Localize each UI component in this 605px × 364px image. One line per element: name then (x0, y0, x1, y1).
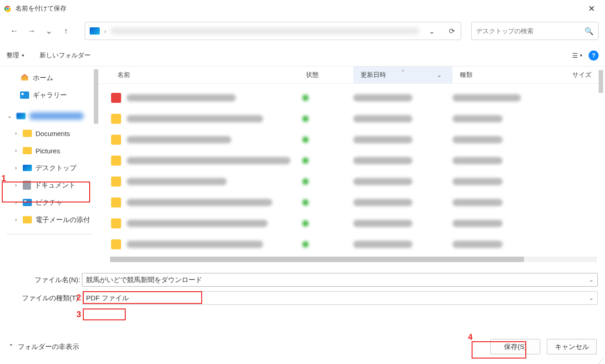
chevron-down-icon: ▾ (580, 53, 582, 58)
chevron-right-icon: › (13, 182, 19, 188)
tree-item-email-attachments[interactable]: › 電子メールの添付 (0, 211, 98, 228)
document-icon (23, 181, 31, 190)
desktop-icon (23, 165, 32, 171)
folder-icon (23, 130, 32, 137)
breadcrumb-separator-icon: › (104, 28, 106, 35)
tree-item-gallery[interactable]: ギャラリー (0, 86, 98, 104)
chevron-up-icon: ⌃ (8, 343, 14, 351)
address-dropdown-button[interactable]: ⌄ (427, 27, 436, 35)
tree-item-home[interactable]: ホーム (0, 69, 98, 86)
folder-icon (111, 135, 121, 145)
column-header-status[interactable]: 状態 (299, 71, 353, 79)
back-button[interactable]: ← (6, 23, 22, 39)
chevron-down-icon[interactable]: ⌄ (589, 295, 594, 301)
organize-label: 整理 (6, 51, 19, 60)
view-options-button[interactable]: ☰ ▾ (572, 52, 582, 59)
tree-item-cloud-account[interactable]: ⌄ (0, 107, 98, 125)
help-button[interactable]: ? (589, 51, 599, 61)
folder-icon (111, 177, 121, 187)
chevron-down-icon[interactable]: ⌄ (589, 277, 594, 283)
refresh-button[interactable]: ⟳ (447, 27, 456, 35)
filetype-row: ファイルの種類(T): PDF ファイル ⌄ (7, 291, 598, 305)
tree-label: 電子メールの添付 (36, 216, 90, 224)
sort-indicator-icon: ⌄ (401, 67, 405, 72)
nav-toolbar: ← → ⌄ ↑ › ⌄ ⟳ 🔍 (0, 17, 605, 45)
main-area: ホーム ギャラリー ⌄ › Documents › Pictures › デスク… (0, 66, 605, 262)
search-icon: 🔍 (585, 27, 594, 35)
folder-icon (23, 216, 32, 223)
file-row[interactable] (98, 171, 605, 192)
hide-folders-label: フォルダーの非表示 (18, 343, 79, 351)
close-button[interactable]: ✕ (581, 0, 601, 17)
filename-input[interactable]: 競馬がいどで競馬新聞をダウンロード ⌄ (82, 273, 598, 287)
listing-vscrollbar[interactable] (599, 70, 603, 93)
chevron-down-icon: ⌄ (437, 72, 442, 78)
filename-label: ファイル名(N): (7, 276, 82, 284)
search-box[interactable]: 🔍 (471, 22, 599, 40)
folder-icon (23, 147, 32, 154)
tree-label: ドキュメント (35, 181, 76, 190)
address-path-blurred (111, 27, 419, 35)
tree-label: デスクトップ (36, 164, 76, 172)
tree-item-documents-jp[interactable]: › ドキュメント (0, 177, 98, 194)
save-button[interactable]: 保存(S) (490, 339, 540, 354)
tree-label: ホーム (33, 74, 53, 82)
tree-scrollbar[interactable] (94, 69, 98, 124)
pictures-icon (23, 199, 32, 206)
command-toolbar: 整理 ▾ 新しいフォルダー ☰ ▾ ? (0, 45, 605, 66)
tree-item-documents[interactable]: › Documents (0, 125, 98, 142)
folder-icon (111, 218, 121, 228)
gallery-icon (20, 91, 29, 99)
column-header-name[interactable]: 名前 (98, 71, 299, 79)
window-title: 名前を付けて保存 (15, 5, 581, 13)
filetype-value: PDF ファイル (86, 294, 129, 303)
recent-locations-button[interactable]: ⌄ (41, 23, 56, 39)
hide-folders-toggle[interactable]: ⌃ フォルダーの非表示 (8, 343, 79, 351)
file-row[interactable] (98, 87, 605, 108)
search-input[interactable] (476, 27, 585, 35)
tree-item-pictures-jp[interactable]: › ピクチャ (0, 194, 98, 211)
address-bar[interactable]: › ⌄ ⟳ (85, 22, 461, 40)
tree-item-pictures[interactable]: › Pictures (0, 142, 98, 159)
tree-item-desktop[interactable]: › デスクトップ (0, 159, 98, 177)
chevron-right-icon: › (13, 217, 19, 223)
chevron-right-icon: › (13, 165, 19, 171)
file-listing: 名前 状態 ⌄ 更新日時 ⌄ 種類 サイズ (98, 66, 605, 262)
file-rows (98, 84, 605, 262)
file-row[interactable] (98, 129, 605, 150)
list-view-icon: ☰ (572, 52, 578, 59)
filetype-label: ファイルの種類(T): (7, 294, 82, 303)
listing-hscrollbar[interactable] (110, 257, 597, 262)
home-icon (20, 73, 29, 83)
folder-icon (111, 156, 121, 166)
file-row[interactable] (98, 192, 605, 213)
filename-row: ファイル名(N): 競馬がいどで競馬新聞をダウンロード ⌄ (7, 273, 598, 287)
file-row[interactable] (98, 234, 605, 255)
chevron-down-icon: ⌄ (6, 113, 13, 119)
chevron-down-icon: ▾ (22, 53, 24, 58)
titlebar: 名前を付けて保存 ✕ (0, 0, 605, 17)
new-folder-label: 新しいフォルダー (40, 51, 91, 60)
cloud-icon (16, 113, 25, 119)
forward-button[interactable]: → (24, 23, 39, 39)
column-header-type[interactable]: 種類 (452, 71, 544, 79)
column-header-modified[interactable]: ⌄ 更新日時 ⌄ (353, 66, 452, 83)
file-row[interactable] (98, 150, 605, 171)
cancel-button[interactable]: キャンセル (547, 339, 597, 354)
chevron-right-icon: › (13, 199, 19, 206)
file-icon (111, 93, 121, 103)
folder-icon (111, 239, 121, 249)
new-folder-button[interactable]: 新しいフォルダー (40, 51, 91, 60)
column-label: 更新日時 (361, 71, 386, 79)
footer: ⌃ フォルダーの非表示 保存(S) キャンセル (0, 337, 605, 357)
column-header-size[interactable]: サイズ (544, 71, 605, 79)
tree-label: Pictures (36, 147, 60, 155)
filetype-select[interactable]: PDF ファイル ⌄ (82, 291, 598, 305)
file-row[interactable] (98, 108, 605, 129)
up-button[interactable]: ↑ (58, 23, 74, 39)
folder-icon (111, 197, 121, 207)
tree-label: ピクチャ (36, 198, 63, 207)
resize-grip-icon[interactable]: ⋰ (598, 359, 604, 363)
organize-menu[interactable]: 整理 ▾ (6, 51, 24, 60)
file-row[interactable] (98, 213, 605, 234)
